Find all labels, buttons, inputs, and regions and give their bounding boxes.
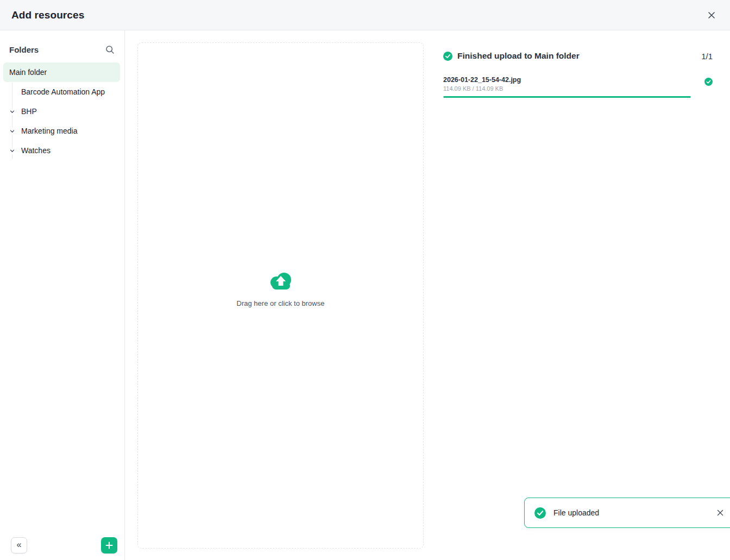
- close-icon: [716, 508, 725, 517]
- folder-label: Marketing media: [21, 127, 78, 135]
- check-circle-icon: [443, 52, 452, 61]
- collapse-sidebar-button[interactable]: «: [11, 537, 27, 553]
- close-icon: [707, 10, 716, 20]
- search-icon: [105, 45, 115, 54]
- folder-label: Barcode Automation App: [21, 87, 105, 96]
- sidebar-item-watches[interactable]: Watches: [0, 141, 124, 160]
- upload-panel-title: Finished upload to Main folder: [457, 51, 580, 61]
- plus-icon: [105, 541, 114, 550]
- upload-progress-bar: [443, 96, 691, 98]
- toast-notification: File uploaded: [524, 498, 730, 528]
- toast-message: File uploaded: [553, 508, 599, 517]
- upload-progress-fill: [443, 96, 691, 98]
- sidebar-item-main-folder[interactable]: Main folder: [3, 62, 120, 82]
- toast-close-button[interactable]: [715, 507, 726, 518]
- file-size: 114.09 KB / 114.09 KB: [443, 85, 691, 92]
- folder-label: Watches: [21, 146, 51, 155]
- uploaded-file-row: 2026-01-22_15-54-42.jpg 114.09 KB / 114.…: [443, 76, 713, 98]
- chevron-down-icon[interactable]: [9, 147, 16, 154]
- folders-heading: Folders: [9, 45, 39, 54]
- dropzone-hint: Drag here or click to browse: [237, 299, 325, 307]
- page-title: Add resources: [11, 9, 84, 21]
- folder-search-button[interactable]: [104, 44, 115, 55]
- folder-tree: Main folder Barcode Automation App BHP M…: [0, 62, 124, 160]
- folders-sidebar: Folders Main folder Barcode Automation A…: [0, 30, 125, 560]
- chevron-down-icon[interactable]: [9, 108, 16, 115]
- close-dialog-button[interactable]: [704, 8, 719, 23]
- folder-label: Main folder: [9, 68, 47, 77]
- folder-label: BHP: [21, 107, 37, 116]
- check-circle-icon: [704, 78, 713, 86]
- upload-status-panel: Finished upload to Main folder 1/1 2026-…: [443, 51, 713, 98]
- upload-counter: 1/1: [701, 52, 713, 61]
- file-name: 2026-01-22_15-54-42.jpg: [443, 76, 691, 84]
- sidebar-item-barcode-automation-app[interactable]: Barcode Automation App: [0, 82, 124, 102]
- chevron-down-icon[interactable]: [9, 128, 16, 135]
- main-area: Drag here or click to browse Finished up…: [125, 30, 730, 560]
- sidebar-item-marketing-media[interactable]: Marketing media: [0, 121, 124, 141]
- file-dropzone[interactable]: Drag here or click to browse: [137, 42, 424, 549]
- double-chevron-left-icon: «: [17, 540, 22, 550]
- upload-cloud-icon: [268, 272, 293, 290]
- check-circle-icon: [534, 507, 546, 519]
- add-folder-button[interactable]: [101, 537, 117, 553]
- sidebar-item-bhp[interactable]: BHP: [0, 102, 124, 121]
- dialog-header: Add resources: [0, 0, 730, 30]
